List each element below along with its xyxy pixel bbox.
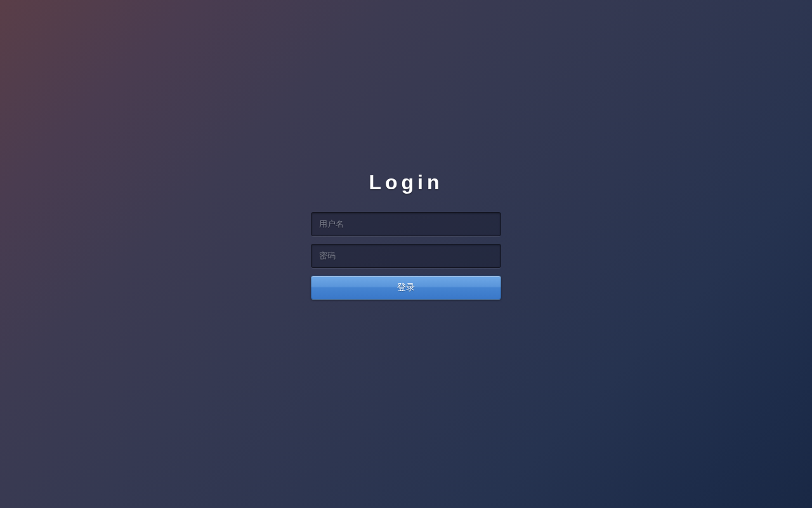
login-form: Login 登录	[311, 171, 501, 300]
username-input[interactable]	[311, 212, 501, 236]
login-title: Login	[369, 171, 443, 194]
login-button[interactable]: 登录	[311, 276, 501, 300]
password-input[interactable]	[311, 244, 501, 268]
